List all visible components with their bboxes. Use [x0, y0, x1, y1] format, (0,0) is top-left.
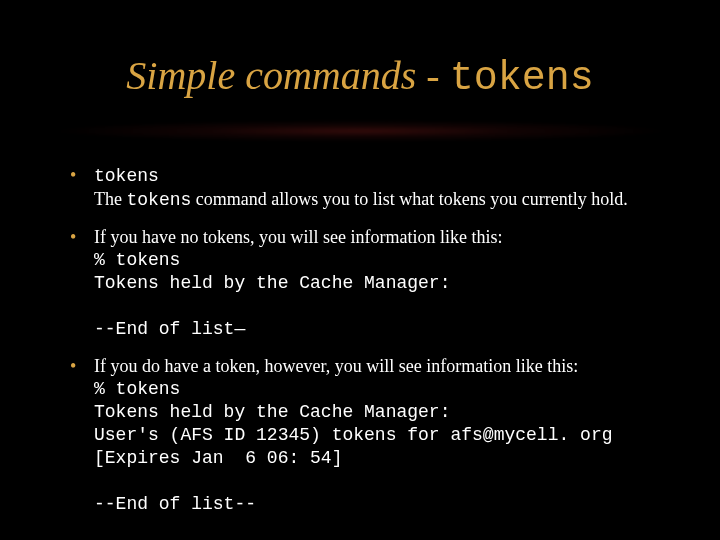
title-mono: tokens — [450, 56, 594, 101]
bullet-lead-plain: If you do have a token, however, you wil… — [94, 356, 578, 376]
bullet-list: tokens The tokens command allows you to … — [56, 164, 676, 516]
title-underline — [50, 120, 670, 142]
bullet-lead-plain: If you have no tokens, you will see info… — [94, 227, 502, 247]
bullet-desc-pre: The — [94, 189, 126, 209]
bullet-item: If you do have a token, however, you wil… — [56, 355, 676, 516]
bullet-item: If you have no tokens, you will see info… — [56, 226, 676, 341]
bullet-item: tokens The tokens command allows you to … — [56, 164, 676, 212]
slide: Simple commands - tokens tokens The toke… — [0, 0, 720, 540]
bullet-desc-post: command allows you to list what tokens y… — [191, 189, 627, 209]
bullet-desc-mono: tokens — [126, 190, 191, 210]
bullet-code: % tokens Tokens held by the Cache Manage… — [94, 378, 676, 516]
bullet-code: % tokens Tokens held by the Cache Manage… — [94, 249, 676, 341]
slide-body: tokens The tokens command allows you to … — [56, 164, 676, 530]
bullet-lead-mono: tokens — [94, 166, 159, 186]
slide-title: Simple commands - tokens — [0, 0, 720, 109]
title-prefix: Simple commands - — [126, 53, 449, 98]
